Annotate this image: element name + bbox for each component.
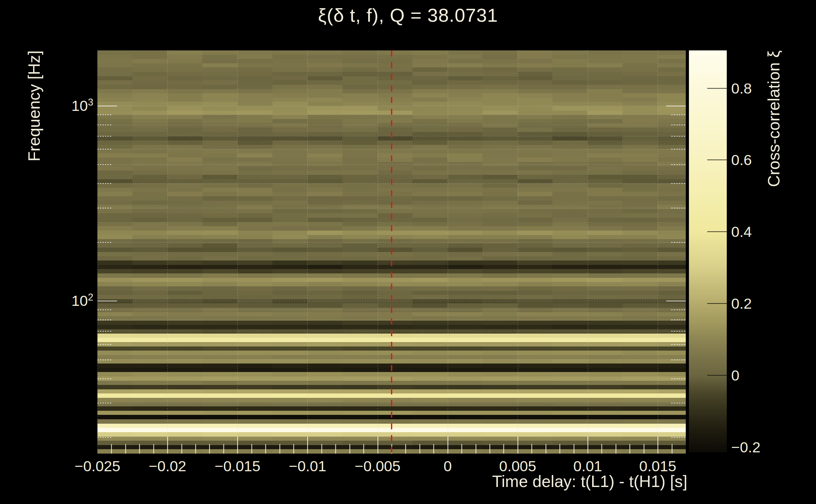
colorbar-canvas xyxy=(689,50,727,452)
colorbar-tick-label: 0 xyxy=(731,367,807,384)
figure-root: ξ(δ t, f), Q = 38.0731 Frequency [Hz] Cr… xyxy=(0,0,816,504)
colorbar-tick-label: −0.2 xyxy=(731,438,807,455)
x-tick-label: 0.015 xyxy=(623,457,693,475)
x-tick-label: −0.02 xyxy=(133,457,202,475)
x-tick-label: −0.005 xyxy=(343,457,412,475)
plot-title: ξ(δ t, f), Q = 38.0731 xyxy=(0,4,816,26)
x-tick-label: −0.025 xyxy=(63,457,132,475)
colorbar-tick-label: 0.8 xyxy=(731,79,807,97)
colorbar-tick-label: 0.4 xyxy=(731,223,807,240)
time-delay-marker-line xyxy=(391,50,392,454)
x-tick-label: −0.01 xyxy=(273,457,342,475)
x-tick-label: 0 xyxy=(413,457,482,475)
y-tick-label: 102 xyxy=(27,292,93,309)
x-tick-label: 0.005 xyxy=(483,457,552,475)
x-tick-label: 0.01 xyxy=(553,457,623,475)
x-tick-label: −0.015 xyxy=(203,457,272,475)
y-tick-label: 103 xyxy=(27,97,93,114)
x-axis-title: Time delay: t(L1) - t(H1) [s] xyxy=(0,472,687,491)
colorbar-tick-label: 0.6 xyxy=(731,151,807,169)
colorbar-tick-label: 0.2 xyxy=(731,295,807,312)
